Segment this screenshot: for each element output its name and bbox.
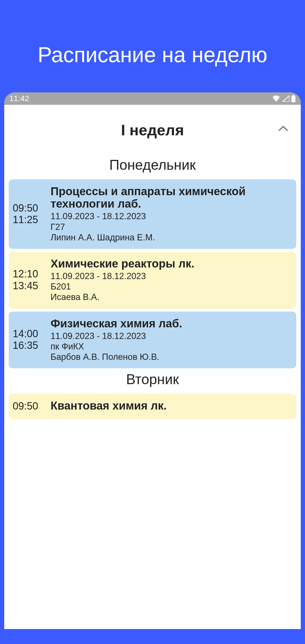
signal-icon — [282, 95, 289, 102]
lesson-card[interactable]: 09:50 11:25 Процессы и аппараты химическ… — [9, 179, 296, 249]
time-end: 16:35 — [13, 340, 51, 351]
week-header[interactable]: I неделя — [9, 109, 296, 157]
lesson-period: 11.09.2023 - 18.12.2023 — [51, 211, 293, 221]
lesson-time: 14:00 16:35 — [13, 328, 51, 351]
lesson-card[interactable]: 14:00 16:35 Физическая химия лаб. 11.09.… — [9, 312, 296, 369]
schedule-content[interactable]: I неделя Понедельник 09:50 11:25 Процесс… — [4, 105, 301, 427]
wifi-icon — [272, 95, 280, 102]
lesson-teachers: Барбов А.В. Поленов Ю.В. — [51, 352, 293, 362]
svg-rect-1 — [291, 96, 295, 102]
page-title: Расписание на неделю — [0, 0, 305, 92]
lesson-teachers: Исаева В.А. — [51, 292, 293, 302]
lesson-room: пк ФиКХ — [51, 341, 293, 352]
chevron-up-icon[interactable] — [278, 125, 288, 132]
day-header: Понедельник — [9, 157, 296, 177]
day-header: Вторник — [9, 371, 296, 391]
status-bar: 11:42 — [4, 92, 301, 105]
time-start: 09:50 — [13, 400, 51, 412]
time-start: 12:10 — [13, 268, 51, 280]
lesson-card[interactable]: 12:10 13:45 Химические реакторы лк. 11.0… — [9, 252, 296, 309]
lesson-info: Химические реакторы лк. 11.09.2023 - 18.… — [51, 257, 293, 303]
lesson-room: Б201 — [51, 281, 293, 292]
status-time: 11:42 — [9, 94, 29, 103]
lesson-info: Физическая химия лаб. 11.09.2023 - 18.12… — [51, 317, 293, 362]
week-title: I неделя — [121, 121, 184, 138]
lesson-title: Квантовая химия лк. — [51, 399, 293, 412]
lesson-title: Химические реакторы лк. — [51, 257, 293, 270]
lesson-info: Квантовая химия лк. — [51, 399, 293, 413]
lesson-period: 11.09.2023 - 18.12.2023 — [51, 331, 293, 341]
lesson-time: 12:10 13:45 — [13, 268, 51, 291]
lesson-title: Физическая химия лаб. — [51, 317, 293, 330]
lesson-title: Процессы и аппараты химической технологи… — [51, 185, 293, 210]
lesson-card[interactable]: 09:50 Квантовая химия лк. — [9, 394, 296, 419]
lesson-teachers: Липин А.А. Шадрина Е.М. — [51, 232, 293, 243]
lesson-time: 09:50 11:25 — [13, 202, 51, 226]
lesson-room: Г27 — [51, 222, 293, 232]
lesson-time: 09:50 — [13, 400, 51, 412]
phone-frame: 11:42 I неделя Понедельник 09:50 11:25 — [4, 92, 301, 629]
svg-rect-0 — [293, 95, 294, 96]
time-end: 11:25 — [13, 214, 51, 225]
status-icons — [272, 95, 296, 102]
time-end: 13:45 — [13, 280, 51, 291]
battery-icon — [291, 95, 296, 102]
time-start: 14:00 — [13, 328, 51, 340]
time-start: 09:50 — [13, 202, 51, 214]
lesson-period: 11.09.2023 - 18.12.2023 — [51, 271, 293, 281]
lesson-info: Процессы и аппараты химической технологи… — [51, 185, 293, 243]
week-card: I неделя Понедельник 09:50 11:25 Процесс… — [9, 109, 296, 419]
